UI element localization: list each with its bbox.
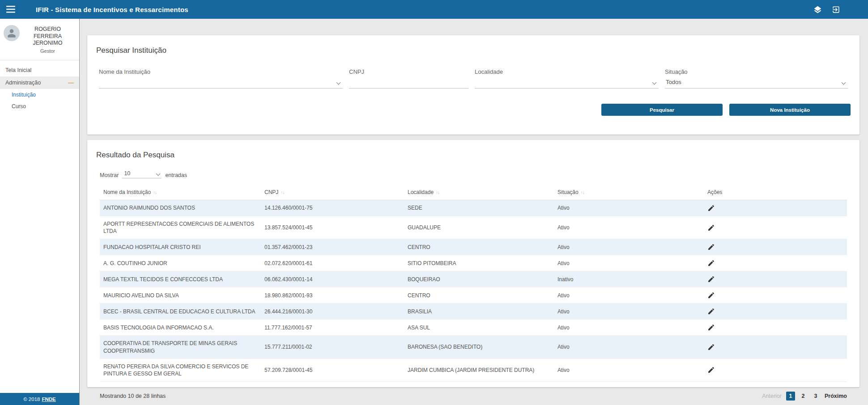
cell-situacao: Ativo [554,304,704,320]
cell-localidade: CENTRO [404,239,554,255]
cell-localidade: JARDIM CUMBICA (JARDIM PRESIDENTE DUTRA) [404,359,554,381]
collapse-icon[interactable]: — [68,80,74,85]
cell-situacao: Ativo [554,216,704,239]
search-form: Nome da Instituição CNPJ Localidade Situ… [87,68,859,89]
col-header-nome[interactable]: Nome da Instituição↑↓ [100,185,261,200]
results-card: Resultado da Pesquisa Mostrar 10 entrada… [87,140,859,387]
col-header-situacao[interactable]: Situação↑↓ [554,185,704,200]
table-row: A. G. COUTINHO JUNIOR 02.072.620/0001-61… [100,255,847,271]
field-label: Situação [665,68,848,75]
table-footer: Mostrando 10 de 28 linhas Anterior 123 P… [87,392,859,401]
pagination-next[interactable]: Próximo [825,393,847,399]
search-title: Pesquisar Instituição [87,35,859,55]
field-label: Localidade [475,68,659,75]
user-role: Gestor [20,48,76,54]
selected-value: Todos [666,79,681,85]
results-table: Nome da Instituição↑↓ CNPJ↑↓ Localidade↑… [100,185,847,382]
page-size-value: 10 [124,170,130,177]
sidebar-item-administracao[interactable]: Administração — [0,76,79,89]
cell-nome: FUNDACAO HOSPITALAR CRISTO REI [100,239,261,255]
table-row: RENATO PEREIRA DA SILVA COMERCIO E SERVI… [100,359,847,381]
cnpj-input[interactable] [350,79,466,85]
cell-localidade: BOQUEIRAO [404,271,554,287]
col-header-label: Situação [557,189,579,195]
nova-instituicao-button[interactable]: Nova Instituição [729,104,851,116]
field-cnpj: CNPJ [349,68,468,89]
table-header-row: Nome da Instituição↑↓ CNPJ↑↓ Localidade↑… [100,185,847,200]
cell-acoes [704,239,847,255]
avatar [4,25,20,41]
col-header-localidade[interactable]: Localidade↑↓ [404,185,554,200]
cell-nome: MAURICIO AVELINO DA SILVA [100,287,261,304]
sort-icon[interactable]: ↑↓ [281,190,284,195]
layers-icon[interactable] [813,5,822,14]
cell-cnpj: 26.444.216/0001-30 [261,304,404,320]
table-row: ANTONIO RAIMUNDO DOS SANTOS 14.126.460/0… [100,200,847,216]
col-header-cnpj[interactable]: CNPJ↑↓ [261,185,404,200]
pagination-pages: 123 [786,392,820,401]
edit-button[interactable] [707,259,715,267]
sidebar: ROGERIO FERREIRA JERONIMO Gestor Tela In… [0,19,80,405]
cell-localidade: ASA SUL [404,320,554,336]
copyright-text: © 2018 [23,397,40,402]
cell-situacao: Ativo [554,359,704,381]
field-label: Nome da Instituição [99,68,343,75]
pagination-prev[interactable]: Anterior [762,393,782,399]
cell-acoes [704,320,847,336]
localidade-select[interactable] [475,75,659,89]
sort-icon[interactable]: ↑↓ [436,190,439,195]
field-situacao: Situação Todos [665,68,848,89]
sidebar-divider [0,60,79,60]
menu-icon[interactable] [6,6,15,13]
edit-button[interactable] [707,343,715,351]
cell-cnpj: 06.062.430/0001-14 [261,271,404,287]
field-localidade: Localidade [475,68,659,89]
sort-icon[interactable]: ↑↓ [153,190,157,195]
cell-localidade: BARONESA (SAO BENEDITO) [404,336,554,359]
table-row: BCEC - BRASIL CENTRAL DE EDUCACAO E CULT… [100,304,847,320]
cell-nome: ANTONIO RAIMUNDO DOS SANTOS [100,200,261,216]
edit-button[interactable] [707,204,715,212]
edit-button[interactable] [707,308,715,315]
edit-button[interactable] [707,243,715,251]
sidebar-item-tela-inicial[interactable]: Tela Inicial [0,64,79,76]
sidebar-item-curso[interactable]: Curso [0,101,79,112]
app-title: IFIR - Sistema de Incentivos e Ressarcim… [36,6,188,13]
edit-button[interactable] [707,366,715,374]
situacao-select[interactable]: Todos [665,75,848,89]
page-size-suffix: entradas [165,172,187,178]
edit-button[interactable] [707,275,715,283]
cell-cnpj: 18.980.862/0001-93 [261,287,404,304]
cell-localidade: BRASILIA [404,304,554,320]
edit-button[interactable] [707,224,715,232]
chevron-down-icon [156,172,161,176]
page-size-row: Mostrar 10 entradas [87,169,859,178]
cell-nome: MEGA TEXTIL TECIDOS E CONFECCOES LTDA [100,271,261,287]
cell-acoes [704,271,847,287]
cell-acoes [704,287,847,304]
cell-nome: APORTT REPRESENTACOES COMERCIAIS DE ALIM… [100,216,261,239]
field-nome-instituicao: Nome da Instituição [99,68,343,89]
page-size-prefix: Mostrar [100,172,119,178]
sidebar-item-instituicao[interactable]: Instituição [0,89,79,101]
fnde-link[interactable]: FNDE [42,397,55,402]
pagination-page-2[interactable]: 2 [799,392,808,401]
cell-acoes [704,359,847,381]
cell-situacao: Ativo [554,239,704,255]
chevron-down-icon [842,80,846,85]
col-header-acoes: Ações [704,185,847,200]
logout-icon[interactable] [832,5,840,14]
pagination-page-1[interactable]: 1 [786,392,795,401]
sort-icon[interactable]: ↑↓ [581,190,584,195]
cell-situacao: Ativo [554,287,704,304]
table-row: APORTT REPRESENTACOES COMERCIAIS DE ALIM… [100,216,847,239]
edit-button[interactable] [707,324,715,331]
nome-instituicao-select[interactable] [99,75,343,89]
table-row: MAURICIO AVELINO DA SILVA 18.980.862/000… [100,287,847,304]
table-row: COOPERATIVA DE TRANSPORTE DE MINAS GERAI… [100,336,847,359]
edit-button[interactable] [707,291,715,299]
page-size-select[interactable]: 10 [122,169,162,178]
pesquisar-button[interactable]: Pesquisar [601,104,723,116]
cell-cnpj: 02.072.620/0001-61 [261,255,404,271]
pagination-page-3[interactable]: 3 [811,392,820,401]
